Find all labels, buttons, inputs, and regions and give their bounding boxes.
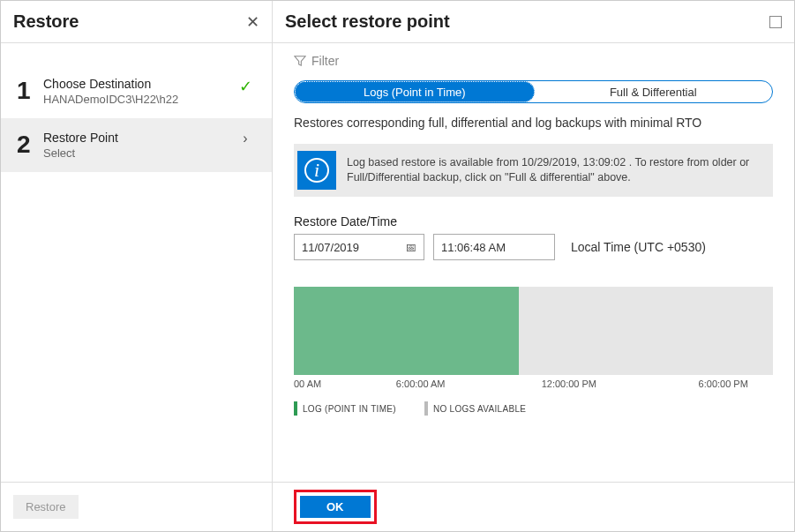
legend-swatch-green xyxy=(294,401,297,416)
timeline-ticks: 00 AM 6:00:00 AM 12:00:00 PM 6:00:00 PM xyxy=(294,378,773,389)
left-title: Restore xyxy=(13,11,79,32)
checkmark-icon: ✓ xyxy=(235,77,256,96)
step-choose-destination[interactable]: 1 Choose Destination HANADemoIDC3\H22\h2… xyxy=(1,64,272,118)
filter-icon xyxy=(294,55,306,67)
time-input[interactable]: 11:06:48 AM xyxy=(433,234,555,260)
step-body: Choose Destination HANADemoIDC3\H22\h22 xyxy=(43,77,235,106)
tick: 00 AM xyxy=(294,378,321,389)
info-box: i Log based restore is available from 10… xyxy=(294,144,773,197)
info-text: Log based restore is available from 10/2… xyxy=(347,155,764,186)
right-header: Select restore point xyxy=(273,1,794,43)
timeline-legend: LOG (POINT IN TIME) NO LOGS AVAILABLE xyxy=(294,401,773,416)
timezone-label: Local Time (UTC +0530) xyxy=(571,240,706,254)
step-restore-point[interactable]: 2 Restore Point Select › xyxy=(1,118,272,172)
legend-swatch-grey xyxy=(424,401,428,416)
time-value: 11:06:48 AM xyxy=(441,241,506,254)
tick: 6:00:00 AM xyxy=(396,378,446,389)
date-input[interactable]: 11/07/2019 📅︎ xyxy=(294,234,424,260)
left-pane: Restore ✕ 1 Choose Destination HANADemoI… xyxy=(1,1,273,531)
datetime-row: 11/07/2019 📅︎ 11:06:48 AM Local Time (UT… xyxy=(294,234,773,260)
step-title: Choose Destination xyxy=(43,77,235,91)
legend-label: LOG (POINT IN TIME) xyxy=(303,404,396,414)
legend-log-pit: LOG (POINT IN TIME) xyxy=(294,401,396,416)
close-icon[interactable]: ✕ xyxy=(246,12,259,32)
datetime-label: Restore Date/Time xyxy=(294,214,773,229)
tick: 12:00:00 PM xyxy=(542,378,596,389)
toggle-full-diff[interactable]: Full & Differential xyxy=(535,81,773,102)
step-subtitle: Select xyxy=(43,146,235,160)
step-subtitle: HANADemoIDC3\H22\h22 xyxy=(43,93,235,106)
timeline-available-segment xyxy=(294,287,519,375)
left-footer: Restore xyxy=(1,482,272,531)
filter-bar[interactable]: Filter xyxy=(294,54,773,68)
chevron-right-icon: › xyxy=(235,131,256,146)
restore-button[interactable]: Restore xyxy=(13,495,79,519)
info-icon: i xyxy=(297,151,336,190)
restore-description: Restores corresponding full, differentia… xyxy=(294,116,773,130)
log-timeline[interactable]: 00 AM 6:00:00 AM 12:00:00 PM 6:00:00 PM xyxy=(294,287,773,375)
legend-no-logs: NO LOGS AVAILABLE xyxy=(424,401,526,416)
filter-label: Filter xyxy=(311,54,339,68)
calendar-icon: 📅︎ xyxy=(405,241,416,254)
ok-button[interactable]: OK xyxy=(300,496,371,518)
legend-label: NO LOGS AVAILABLE xyxy=(433,404,526,414)
step-body: Restore Point Select xyxy=(43,131,235,160)
step-number: 1 xyxy=(17,77,43,105)
right-title: Select restore point xyxy=(285,11,450,32)
date-value: 11/07/2019 xyxy=(302,241,359,254)
step-number: 2 xyxy=(17,131,43,159)
wizard-steps: 1 Choose Destination HANADemoIDC3\H22\h2… xyxy=(1,43,272,482)
toggle-logs[interactable]: Logs (Point in Time) xyxy=(295,81,535,102)
tick: 6:00:00 PM xyxy=(699,378,748,389)
right-pane: Select restore point Filter Logs (Point … xyxy=(273,1,794,531)
step-title: Restore Point xyxy=(43,131,235,145)
ok-highlight: OK xyxy=(294,490,377,524)
maximize-icon[interactable] xyxy=(769,16,782,28)
restore-type-toggle: Logs (Point in Time) Full & Differential xyxy=(294,80,773,103)
right-footer: OK xyxy=(273,482,794,531)
left-header: Restore ✕ xyxy=(1,1,272,43)
right-body: Filter Logs (Point in Time) Full & Diffe… xyxy=(273,43,794,482)
